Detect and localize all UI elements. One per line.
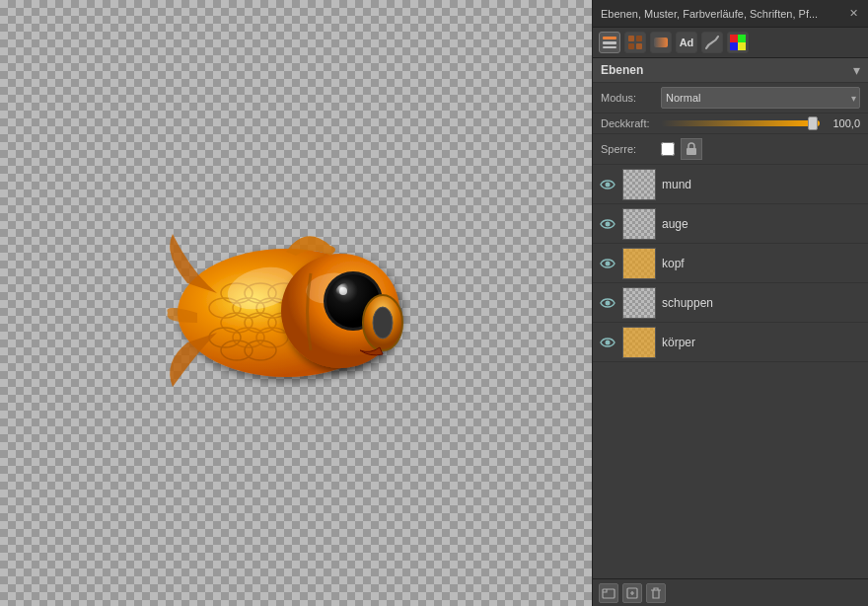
layers-header: Ebenen ▾ — [593, 58, 868, 83]
svg-rect-26 — [603, 41, 616, 44]
layer-list[interactable]: mund auge — [593, 165, 868, 578]
panel-titlebar: Ebenen, Muster, Farbverläufe, Schriften,… — [593, 0, 868, 28]
eye-icon-schuppen[interactable] — [599, 294, 616, 312]
svg-rect-25 — [603, 37, 616, 39]
layers-title: Ebenen — [601, 63, 643, 77]
svg-rect-35 — [730, 42, 738, 50]
opacity-value: 100,0 — [826, 117, 860, 129]
eye-icon-koerper[interactable] — [599, 334, 616, 351]
svg-rect-30 — [628, 43, 634, 49]
layer-name-kopf: kopf — [662, 257, 862, 270]
svg-rect-31 — [636, 43, 642, 49]
tab-color[interactable] — [727, 32, 749, 53]
new-group-button[interactable] — [599, 583, 618, 603]
tab-gradients[interactable] — [650, 32, 672, 53]
svg-rect-37 — [687, 148, 696, 155]
opacity-thumb[interactable] — [808, 116, 818, 130]
tab-brush[interactable] — [701, 32, 723, 53]
svg-point-42 — [606, 340, 611, 344]
lock-checkbox[interactable] — [661, 142, 675, 156]
layer-name-schuppen: schuppen — [662, 296, 862, 310]
layer-name-auge: auge — [662, 217, 862, 231]
panel-close-button[interactable]: ✕ — [847, 7, 860, 20]
tab-text[interactable]: Ad — [676, 32, 697, 53]
opacity-slider[interactable] — [661, 120, 820, 126]
layer-item-auge[interactable]: auge — [593, 204, 868, 244]
svg-rect-29 — [636, 36, 642, 41]
lock-row: Sperre: — [593, 134, 868, 165]
svg-point-39 — [606, 221, 611, 226]
lock-label: Sperre: — [601, 143, 655, 155]
eye-icon-mund[interactable] — [599, 176, 616, 193]
tab-patterns[interactable] — [624, 32, 646, 53]
svg-rect-32 — [654, 38, 668, 47]
delete-layer-button[interactable] — [646, 583, 666, 603]
svg-point-24 — [373, 307, 393, 339]
panel-bottom-toolbar — [593, 578, 868, 606]
layer-thumb-mund — [622, 169, 656, 200]
svg-rect-27 — [603, 46, 616, 48]
mode-label: Modus: — [601, 92, 655, 104]
svg-point-22 — [339, 287, 347, 295]
canvas-area[interactable] — [0, 0, 592, 606]
lock-icon-box[interactable] — [681, 138, 702, 160]
new-layer-button[interactable] — [622, 583, 642, 603]
layer-item-kopf[interactable]: kopf — [593, 244, 868, 283]
layers-panel: Ebenen, Muster, Farbverläufe, Schriften,… — [592, 0, 868, 606]
lock-icon — [685, 142, 698, 156]
svg-rect-33 — [730, 35, 738, 42]
fish-canvas — [158, 194, 434, 412]
tab-layers[interactable] — [599, 32, 620, 53]
opacity-row: Deckkraft: 100,0 — [593, 114, 868, 134]
layer-thumb-schuppen — [622, 287, 656, 319]
svg-point-38 — [606, 182, 611, 187]
mode-row: Modus: Normal — [593, 83, 868, 114]
opacity-label: Deckkraft: — [601, 117, 655, 129]
layer-item-koerper[interactable]: körper — [593, 323, 868, 362]
layer-thumb-kopf — [622, 248, 656, 279]
svg-rect-28 — [628, 36, 634, 41]
svg-point-41 — [606, 300, 611, 305]
layer-item-mund[interactable]: mund — [593, 165, 868, 204]
mode-select[interactable]: Normal — [661, 87, 860, 109]
eye-icon-kopf[interactable] — [599, 255, 616, 272]
layer-item-schuppen[interactable]: schuppen — [593, 283, 868, 323]
svg-rect-36 — [738, 42, 746, 50]
panel-title: Ebenen, Muster, Farbverläufe, Schriften,… — [601, 8, 847, 20]
panel-tabs: Ad — [593, 28, 868, 58]
layer-name-mund: mund — [662, 178, 862, 191]
svg-point-40 — [606, 261, 611, 265]
layer-thumb-koerper — [622, 327, 656, 358]
svg-rect-34 — [738, 35, 746, 42]
layer-name-koerper: körper — [662, 336, 862, 349]
eye-icon-auge[interactable] — [599, 215, 616, 233]
svg-rect-43 — [603, 589, 615, 598]
mode-select-wrapper[interactable]: Normal — [661, 87, 860, 109]
layers-menu-button[interactable]: ▾ — [853, 62, 860, 78]
layer-thumb-auge — [622, 208, 656, 240]
